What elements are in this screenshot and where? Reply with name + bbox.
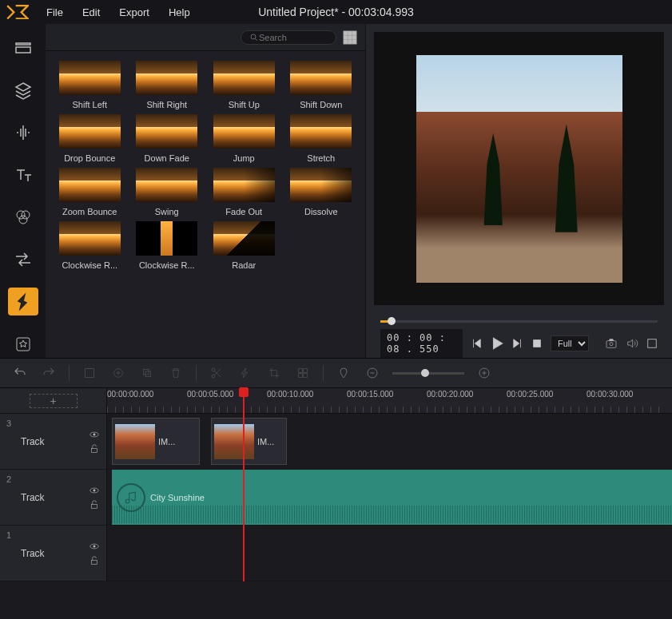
audio-clip[interactable]: City Sunshine xyxy=(112,470,672,525)
delete-button[interactable] xyxy=(167,364,185,382)
media-library-tab[interactable] xyxy=(8,34,38,62)
effect-label: Shift Right xyxy=(136,100,197,109)
zoom-slider[interactable] xyxy=(392,372,464,375)
track-number: 2 xyxy=(6,474,11,484)
effect-item[interactable]: Radar xyxy=(208,221,280,270)
next-frame-button[interactable] xyxy=(512,335,523,352)
clip-label: City Sunshine xyxy=(150,493,205,502)
layers-tab[interactable] xyxy=(8,76,38,104)
svg-rect-38 xyxy=(92,560,97,564)
menu-edit[interactable]: Edit xyxy=(74,3,108,22)
svg-rect-25 xyxy=(304,369,308,373)
effect-item[interactable]: Jump xyxy=(208,114,280,163)
effect-label: Dissolve xyxy=(290,207,352,216)
split-button[interactable] xyxy=(208,364,225,382)
track-content[interactable]: IM...IM... xyxy=(107,414,672,469)
quality-select[interactable]: Full xyxy=(551,335,589,351)
svg-rect-17 xyxy=(648,339,657,348)
ruler-tick: 00:00:05.000 xyxy=(187,390,233,399)
visibility-icon[interactable] xyxy=(89,485,100,496)
main-menu: File Edit Export Help xyxy=(38,3,198,22)
visibility-icon[interactable] xyxy=(89,541,100,552)
svg-rect-20 xyxy=(143,369,149,375)
track-content[interactable] xyxy=(107,526,672,581)
svg-rect-12 xyxy=(348,40,352,44)
effect-item[interactable]: Dissolve xyxy=(285,168,358,216)
effect-thumb xyxy=(59,61,121,95)
preview-frame xyxy=(416,55,622,283)
svg-point-2 xyxy=(19,216,27,224)
filters-tab[interactable] xyxy=(8,203,38,231)
add-marker-button[interactable] xyxy=(109,364,127,382)
effect-label: Down Fade xyxy=(136,153,197,163)
search-box[interactable] xyxy=(241,30,336,45)
visibility-icon[interactable] xyxy=(89,429,100,440)
project-title: Untitled Project* - 00:03:04.993 xyxy=(258,6,414,18)
lock-icon[interactable] xyxy=(89,555,100,566)
track-header[interactable]: 2 Track xyxy=(0,470,107,525)
effect-item[interactable]: Clockwise R... xyxy=(131,221,204,270)
video-clip[interactable]: IM... xyxy=(112,418,200,465)
playhead[interactable] xyxy=(243,388,245,581)
effect-item[interactable]: Stretch xyxy=(285,114,358,163)
effect-item[interactable]: Shift Left xyxy=(54,61,126,109)
track-header[interactable]: 3 Track xyxy=(0,414,107,469)
effect-label: Swing xyxy=(136,207,197,216)
menu-export[interactable]: Export xyxy=(111,3,157,22)
fullscreen-button[interactable] xyxy=(646,335,658,352)
speed-button[interactable] xyxy=(237,364,254,382)
track-content[interactable]: City Sunshine xyxy=(107,470,672,525)
volume-button[interactable] xyxy=(626,335,638,352)
svg-rect-35 xyxy=(92,504,97,508)
video-clip[interactable]: IM... xyxy=(211,418,287,465)
lock-icon[interactable] xyxy=(89,443,100,454)
redo-button[interactable] xyxy=(40,364,58,382)
audio-tab[interactable] xyxy=(8,118,38,146)
snapshot-button[interactable] xyxy=(605,335,618,352)
effect-label: Drop Bounce xyxy=(59,153,121,163)
play-button[interactable] xyxy=(490,335,504,352)
preview-scrubber[interactable] xyxy=(366,313,672,329)
effect-item[interactable]: Swing xyxy=(131,168,204,216)
search-input[interactable] xyxy=(259,33,323,42)
zoom-in-button[interactable] xyxy=(475,364,493,382)
copy-button[interactable] xyxy=(138,364,156,382)
clip-label: IM... xyxy=(158,437,175,446)
effect-thumb xyxy=(136,114,197,149)
add-track-button[interactable]: + xyxy=(30,394,78,408)
effect-item[interactable]: Shift Down xyxy=(285,61,358,109)
effect-item[interactable]: Zoom Bounce xyxy=(54,168,126,216)
effect-item[interactable]: Drop Bounce xyxy=(54,114,126,163)
crop-button[interactable] xyxy=(265,364,283,382)
marker-tool[interactable] xyxy=(335,364,352,382)
animations-tab[interactable] xyxy=(8,288,38,315)
effect-item[interactable]: Clockwise R... xyxy=(54,221,126,270)
time-ruler[interactable]: 00:00:00.00000:00:05.00000:00:10.00000:0… xyxy=(107,388,672,413)
favorites-tab[interactable] xyxy=(8,330,38,358)
zoom-out-button[interactable] xyxy=(364,364,381,382)
menu-help[interactable]: Help xyxy=(161,3,198,22)
ruler-tick: 00:00:25.000 xyxy=(507,390,553,399)
svg-point-31 xyxy=(93,433,95,434)
menu-file[interactable]: File xyxy=(38,3,71,22)
effect-item[interactable]: Shift Up xyxy=(208,61,280,109)
track-row: 1 Track xyxy=(0,526,672,581)
effect-item[interactable]: Down Fade xyxy=(131,114,204,163)
preview-viewport[interactable] xyxy=(374,32,664,305)
tool-1[interactable] xyxy=(81,364,98,382)
tool-grid[interactable] xyxy=(294,364,312,382)
text-tab[interactable] xyxy=(8,161,38,188)
svg-rect-9 xyxy=(348,35,352,39)
ruler-tick: 00:00:30.000 xyxy=(587,390,633,399)
svg-rect-7 xyxy=(352,31,356,35)
effect-thumb xyxy=(136,221,197,256)
effect-item[interactable]: Shift Right xyxy=(131,61,204,109)
lock-icon[interactable] xyxy=(89,499,100,510)
undo-button[interactable] xyxy=(11,364,29,382)
grid-view-button[interactable] xyxy=(343,30,357,45)
track-header[interactable]: 1 Track xyxy=(0,526,107,581)
stop-button[interactable] xyxy=(531,335,543,352)
transitions-tab[interactable] xyxy=(8,245,38,273)
prev-frame-button[interactable] xyxy=(471,335,482,352)
effect-item[interactable]: Fade Out xyxy=(208,168,280,216)
